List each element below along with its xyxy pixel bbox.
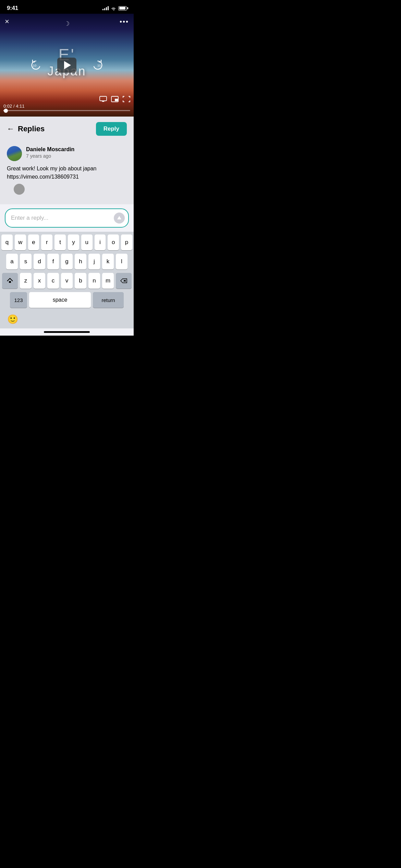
svg-text:10: 10 — [33, 64, 36, 67]
play-button[interactable] — [57, 58, 76, 73]
replay-10-button[interactable]: 10 — [28, 58, 44, 73]
comment-user-row: Daniele Moscardin 7 years ago — [7, 146, 127, 161]
return-key[interactable]: return — [93, 292, 124, 308]
key-x[interactable]: x — [34, 273, 45, 289]
emoji-icon[interactable]: 🙂 — [6, 313, 19, 326]
svg-rect-2 — [100, 96, 107, 101]
video-extra-icons — [3, 96, 130, 102]
status-time: 9:41 — [7, 5, 18, 12]
comment-block: Daniele Moscardin 7 years ago Great work… — [0, 141, 134, 204]
send-arrow-icon — [117, 216, 121, 219]
key-m[interactable]: m — [102, 273, 114, 289]
replies-title: Replies — [18, 124, 45, 133]
key-u[interactable]: u — [81, 234, 93, 250]
key-w[interactable]: w — [15, 234, 26, 250]
key-q[interactable]: q — [1, 234, 13, 250]
key-j[interactable]: j — [88, 254, 100, 269]
key-n[interactable]: n — [88, 273, 100, 289]
comment-user-info: Daniele Moscardin 7 years ago — [26, 146, 74, 159]
keyboard-row-1: q w e r t y u i o p — [1, 234, 132, 250]
key-s[interactable]: s — [20, 254, 32, 269]
key-t[interactable]: t — [54, 234, 66, 250]
replies-section: ← Replies Reply Daniele Moscardin 7 year… — [0, 117, 134, 204]
reply-input-wrapper — [5, 208, 129, 228]
send-button[interactable] — [114, 213, 125, 224]
numbers-key[interactable]: 123 — [10, 292, 27, 308]
keyboard-row-4: 123 space return — [1, 292, 132, 308]
video-player[interactable]: × ••• ☽ E' Japan 10 10 — [0, 14, 134, 117]
space-key[interactable]: space — [29, 292, 91, 308]
keyboard-row-2: a s d f g h j k l — [1, 254, 132, 269]
key-i[interactable]: i — [95, 234, 106, 250]
status-icons — [102, 6, 127, 11]
reply-input-section — [0, 204, 134, 232]
comment-text: Great work! Look my job about japan http… — [7, 165, 127, 181]
battery-icon — [118, 6, 127, 11]
comment-username: Daniele Moscardin — [26, 146, 74, 153]
video-overlay: × ••• ☽ E' Japan 10 10 — [0, 14, 134, 117]
key-o[interactable]: o — [108, 234, 119, 250]
key-p[interactable]: p — [121, 234, 132, 250]
progress-thumb[interactable] — [4, 109, 8, 113]
close-button[interactable]: × — [5, 17, 9, 26]
key-a[interactable]: a — [6, 254, 18, 269]
video-time: 0:02 / 4:11 — [3, 104, 130, 109]
forward-10-button[interactable]: 10 — [90, 58, 105, 73]
back-button[interactable]: ← — [7, 124, 14, 133]
key-l[interactable]: l — [116, 254, 127, 269]
comment-options-dot[interactable] — [14, 184, 25, 195]
replies-nav-left: ← Replies — [7, 124, 45, 133]
key-h[interactable]: h — [75, 254, 86, 269]
signal-icon — [102, 6, 109, 10]
airplay-icon[interactable] — [99, 96, 107, 102]
svg-rect-4 — [115, 99, 118, 101]
key-d[interactable]: d — [34, 254, 45, 269]
shift-key[interactable] — [2, 273, 18, 289]
comment-timestamp: 7 years ago — [26, 153, 74, 159]
key-v[interactable]: v — [61, 273, 73, 289]
key-r[interactable]: r — [41, 234, 52, 250]
reply-input[interactable] — [11, 215, 111, 221]
avatar — [7, 146, 22, 161]
video-bottom-controls: 0:02 / 4:11 — [0, 95, 134, 117]
svg-rect-5 — [9, 281, 11, 283]
delete-key[interactable] — [116, 273, 132, 289]
video-progress-bar[interactable] — [3, 110, 130, 111]
keyboard: q w e r t y u i o p a s d f g h j k l z … — [0, 232, 134, 328]
key-k[interactable]: k — [102, 254, 114, 269]
video-center-controls: 10 10 — [28, 58, 105, 73]
more-options-button[interactable]: ••• — [120, 18, 129, 26]
keyboard-row-3: z x c v b n m — [1, 273, 132, 289]
wifi-icon — [111, 6, 116, 10]
keyboard-bottom-bar: 🙂 — [1, 311, 132, 328]
key-c[interactable]: c — [47, 273, 59, 289]
fullscreen-icon[interactable] — [123, 96, 130, 102]
key-b[interactable]: b — [75, 273, 86, 289]
key-e[interactable]: e — [28, 234, 39, 250]
svg-text:10: 10 — [97, 64, 101, 67]
moon-icon: ☽ — [64, 20, 70, 27]
key-g[interactable]: g — [61, 254, 73, 269]
reply-button[interactable]: Reply — [96, 122, 127, 136]
home-indicator-area — [0, 328, 134, 336]
replies-header: ← Replies Reply — [0, 117, 134, 141]
key-z[interactable]: z — [20, 273, 32, 289]
pip-icon[interactable] — [111, 96, 119, 102]
status-bar: 9:41 — [0, 0, 134, 14]
key-y[interactable]: y — [68, 234, 79, 250]
key-f[interactable]: f — [47, 254, 59, 269]
home-bar — [44, 331, 90, 333]
